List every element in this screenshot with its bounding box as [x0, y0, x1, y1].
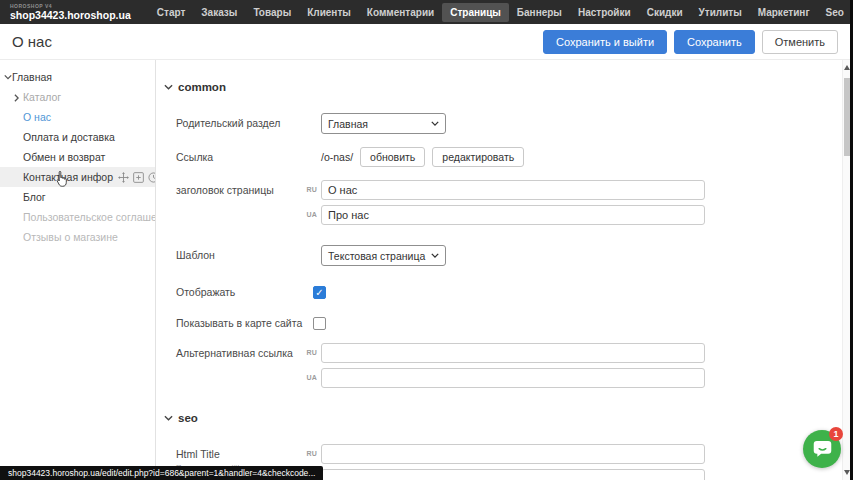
chat-widget-button[interactable]: 1: [803, 430, 841, 468]
selected-value: Главная: [328, 118, 368, 130]
chat-bubble-icon: [812, 439, 833, 459]
link-value: /o-nas/: [321, 147, 353, 163]
tree-item-label: Оплата и доставка: [23, 131, 115, 143]
nav-start[interactable]: Старт: [149, 3, 194, 22]
tree-item-label: Обмен и возврат: [23, 151, 105, 163]
alt-link-label: Альтернативная ссылка: [176, 343, 304, 360]
sidebar-item-polzovatelskoe-soglashenie[interactable]: Пользовательское соглашение: [0, 207, 155, 227]
page-edit-form: common Родительский раздел Главная Ссылк…: [155, 60, 842, 480]
page-title: О нас: [12, 33, 52, 50]
sidebar-item-kontaktnaya-informatsiya[interactable]: Контактная инфор: [0, 167, 155, 187]
sitemap-label: Показывать в карте сайта: [176, 316, 304, 330]
section-common-header[interactable]: common: [164, 80, 842, 94]
pages-tree-sidebar: Главная Каталог О нас Оплата и доставка …: [0, 60, 155, 480]
sidebar-item-blog[interactable]: Блог: [0, 187, 155, 207]
page-title-label: заголовок страницы: [176, 180, 304, 197]
sidebar-item-katalog[interactable]: Каталог: [0, 87, 155, 107]
tree-item-label: О нас: [23, 111, 51, 123]
nav-settings[interactable]: Настройки: [570, 3, 639, 22]
chevron-down-icon: [164, 84, 173, 90]
sidebar-item-obmen-i-vozvrat[interactable]: Обмен и возврат: [0, 147, 155, 167]
tree-item-label: Блог: [23, 191, 46, 203]
tree-item-label: Отзывы о магазине: [23, 231, 118, 243]
chat-unread-badge: 1: [829, 427, 843, 441]
page-header: О нас Сохранить и выйти Сохранить Отмени…: [0, 24, 853, 60]
html-title-ru-input[interactable]: [321, 444, 705, 464]
topbar: HOROSHOP V4 shop34423.horoshop.ua Старт …: [0, 0, 853, 24]
lang-badge-ua: UA: [304, 205, 317, 225]
lang-badge-ru: RU: [304, 444, 317, 464]
nav-banners[interactable]: Баннеры: [509, 3, 570, 22]
alt-link-ua-input[interactable]: [321, 368, 705, 388]
chevron-down-icon: [164, 415, 173, 421]
logo-version: HOROSHOP V4: [10, 4, 131, 9]
save-button[interactable]: Сохранить: [674, 30, 755, 54]
nav-clients[interactable]: Клиенты: [299, 3, 359, 22]
link-label: Ссылка: [176, 147, 304, 164]
nav-pages[interactable]: Страницы: [442, 3, 509, 22]
nav-marketing[interactable]: Маркетинг: [750, 3, 818, 22]
main-nav: Старт Заказы Товары Клиенты Комментарии …: [149, 3, 853, 22]
parent-section-select[interactable]: Главная: [321, 113, 446, 134]
chevron-down-icon: [431, 253, 439, 258]
edit-link-button[interactable]: редактировать: [432, 147, 524, 167]
section-title: common: [178, 81, 226, 93]
lang-badge-ru: RU: [304, 343, 317, 363]
nav-comments[interactable]: Комментарии: [359, 3, 442, 22]
add-icon[interactable]: [133, 172, 144, 183]
section-title: seo: [178, 412, 198, 424]
sidebar-item-glavnaya[interactable]: Главная: [0, 67, 155, 87]
logo[interactable]: HOROSHOP V4 shop34423.horoshop.ua: [10, 4, 131, 21]
save-and-exit-button[interactable]: Сохранить и выйти: [543, 30, 667, 54]
link-url-statusbar: shop34423.horoshop.ua/edit/edit.php?id=6…: [0, 466, 323, 480]
nav-products[interactable]: Товары: [245, 3, 299, 22]
nav-seo[interactable]: Seo: [818, 3, 852, 22]
chevron-right-icon[interactable]: [14, 94, 19, 102]
logo-domain: shop34423.horoshop.ua: [10, 10, 131, 21]
lang-badge-ru: RU: [304, 180, 317, 200]
chevron-down-icon[interactable]: [4, 74, 12, 80]
tree-item-label: Пользовательское соглашение: [23, 211, 174, 223]
refresh-link-button[interactable]: обновить: [360, 147, 425, 167]
sitemap-checkbox[interactable]: ✓: [313, 317, 326, 330]
vertical-scrollbar[interactable]: [842, 60, 850, 480]
sidebar-item-o-nas[interactable]: О нас: [0, 107, 155, 127]
cancel-button[interactable]: Отменить: [762, 30, 838, 54]
display-label: Отображать: [176, 285, 304, 299]
sidebar-item-otzyvy-o-magazine[interactable]: Отзывы о магазине: [0, 227, 155, 247]
nav-discounts[interactable]: Скидки: [639, 3, 691, 22]
alt-link-ru-input[interactable]: [321, 343, 705, 363]
parent-section-label: Родительский раздел: [176, 113, 304, 130]
page-title-ua-input[interactable]: [321, 205, 705, 225]
tree-item-label: Главная: [12, 71, 52, 83]
tree-item-label: Каталог: [23, 91, 61, 103]
tree-item-label: Контактная инфор: [23, 171, 113, 183]
template-select[interactable]: Текстовая страница: [321, 245, 446, 266]
template-label: Шаблон: [176, 245, 304, 262]
nav-utilities[interactable]: Утилиты: [691, 3, 750, 22]
html-title-ua-input[interactable]: [321, 469, 705, 480]
page-title-ru-input[interactable]: [321, 180, 705, 200]
move-icon[interactable]: [118, 172, 129, 183]
display-checkbox[interactable]: ✓: [313, 286, 326, 299]
selected-value: Текстовая страница: [328, 250, 425, 262]
chevron-down-icon: [431, 121, 439, 126]
sidebar-item-oplata-i-dostavka[interactable]: Оплата и доставка: [0, 127, 155, 147]
nav-orders[interactable]: Заказы: [193, 3, 245, 22]
section-seo-header[interactable]: seo: [164, 411, 842, 425]
lang-badge-ua: UA: [304, 368, 317, 388]
